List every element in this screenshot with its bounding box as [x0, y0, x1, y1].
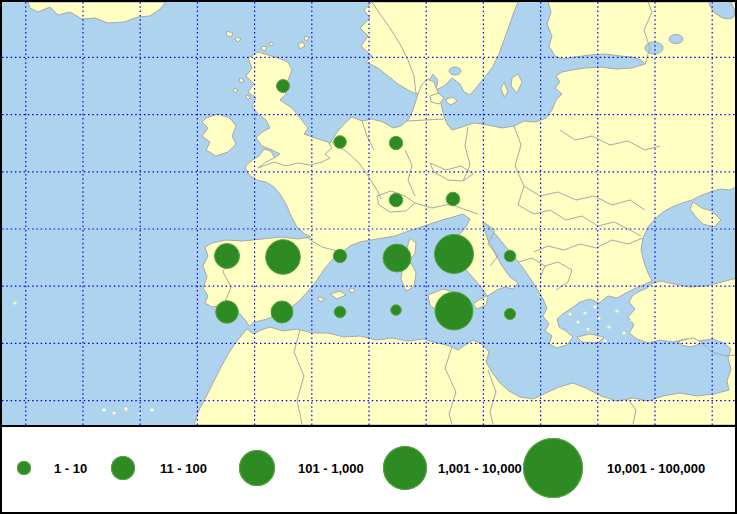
occurrence-bubble: [504, 308, 515, 319]
legend-label: 10,001 - 100,000: [607, 461, 705, 476]
coastline-ireland: [202, 114, 236, 156]
legend-label: 11 - 100: [160, 461, 207, 476]
legend-circle: [17, 461, 30, 474]
europe-map-svg: [2, 2, 735, 425]
legend-label: 101 - 1,000: [298, 461, 364, 476]
occurrence-bubble: [383, 244, 411, 272]
lake-ladoga: [645, 42, 663, 54]
occurrence-bubble: [435, 292, 473, 330]
occurrence-bubble: [446, 192, 460, 206]
lake-onega: [669, 35, 683, 44]
legend-circle: [111, 456, 135, 480]
occurrence-bubble: [504, 250, 516, 262]
legend-label: 1 - 10: [54, 461, 87, 476]
occurrence-bubble: [277, 80, 290, 93]
occurrence-bubble: [389, 136, 402, 149]
legend-circle: [239, 450, 276, 487]
legend-circle: [383, 446, 427, 490]
occurrence-bubble: [435, 235, 474, 274]
map-canvas: [2, 2, 735, 425]
occurrence-bubble: [333, 249, 346, 262]
occurrence-bubble: [334, 306, 346, 318]
occurrence-bubble: [215, 244, 240, 269]
legend-circle: [523, 438, 583, 498]
map-figure: 1 - 1011 - 100101 - 1,0001,001 - 10,0001…: [0, 0, 737, 514]
occurrence-bubble: [216, 301, 239, 324]
occurrence-bubble: [271, 301, 293, 323]
lake-vanern: [449, 67, 461, 75]
occurrence-bubble: [391, 305, 402, 316]
legend-label: 1,001 - 10,000: [438, 461, 522, 476]
legend: 1 - 1011 - 100101 - 1,0001,001 - 10,0001…: [2, 425, 735, 512]
occurrence-bubble: [389, 193, 403, 207]
occurrence-bubble: [334, 136, 347, 149]
occurrence-bubble: [266, 240, 301, 275]
